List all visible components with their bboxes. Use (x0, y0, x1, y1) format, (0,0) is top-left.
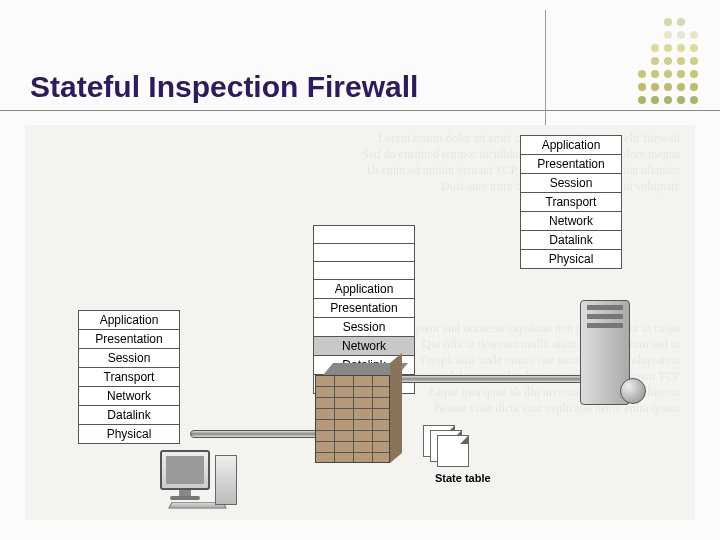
osi-layer: Application (78, 310, 180, 329)
firewall-icon (315, 363, 390, 463)
osi-layer: Application (313, 279, 415, 298)
osi-layer: Transport (78, 367, 180, 386)
osi-layer: Session (520, 173, 622, 192)
globe-icon (620, 378, 646, 404)
osi-layer-empty (313, 243, 415, 261)
title-underline (0, 110, 720, 111)
state-table-label: State table (435, 472, 491, 484)
osi-layer: Network (78, 386, 180, 405)
osi-layer: Presentation (78, 329, 180, 348)
osi-layer: Session (313, 317, 415, 336)
osi-layer: Physical (78, 424, 180, 444)
osi-layer-empty (313, 225, 415, 243)
osi-layer: Physical (520, 249, 622, 269)
osi-layer: Transport (520, 192, 622, 211)
osi-stack-server: ApplicationPresentationSessionTransportN… (520, 135, 622, 269)
osi-layer: Network (520, 211, 622, 230)
osi-layer: Presentation (520, 154, 622, 173)
cable-client-firewall (190, 430, 330, 438)
osi-layer: Session (78, 348, 180, 367)
page-title: Stateful Inspection Firewall (30, 70, 418, 104)
diagram: Lorem ipsum dolor sit amet consectetur a… (25, 125, 695, 520)
osi-layer: Network (313, 336, 415, 355)
osi-layer: Application (520, 135, 622, 154)
cable-firewall-server (387, 375, 592, 383)
server-icon (580, 300, 650, 415)
accent-line (545, 10, 546, 130)
osi-layer-empty (313, 261, 415, 279)
state-table-icon (423, 425, 473, 465)
osi-stack-client: ApplicationPresentationSessionTransportN… (78, 310, 180, 444)
osi-layer: Presentation (313, 298, 415, 317)
computer-icon (160, 450, 250, 520)
corner-dots (638, 18, 700, 106)
osi-layer: Datalink (520, 230, 622, 249)
osi-layer: Datalink (78, 405, 180, 424)
